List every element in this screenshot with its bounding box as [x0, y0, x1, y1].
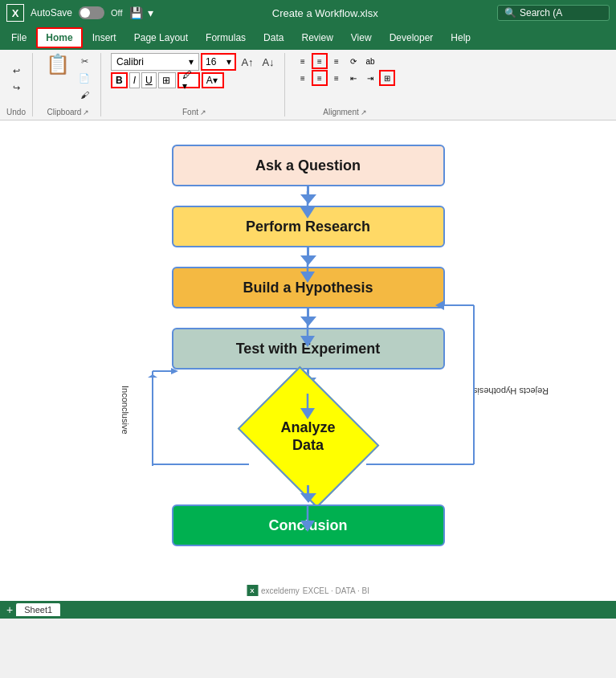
autosave-toggle[interactable] — [79, 6, 104, 19]
clipboard-expand-icon[interactable]: ↗ — [83, 108, 89, 116]
fill-color-button[interactable]: 🖊▾ — [177, 72, 200, 88]
cut-copy-buttons: ✂ 📄 🖌 — [75, 53, 94, 103]
svg-marker-13 — [148, 374, 157, 378]
font-group: Calibri▾ 16▾ A↑ A↓ B I U ⊞ 🖊▾ A▾ Font ↗ — [111, 53, 285, 116]
menu-review[interactable]: Review — [293, 29, 341, 47]
menu-help[interactable]: Help — [443, 29, 479, 47]
arrow-down-icon[interactable]: ▾ — [148, 6, 153, 19]
font-selector-row: Calibri▾ 16▾ A↑ A↓ — [111, 53, 278, 71]
menu-view[interactable]: View — [343, 29, 380, 47]
decrease-indent-button[interactable]: ⇤ — [345, 70, 361, 86]
italic-button[interactable]: I — [129, 72, 140, 88]
exceldemy-watermark: X exceldemy EXCEL · DATA · BI — [247, 585, 369, 596]
conclusion-box: Conclusion — [172, 504, 445, 546]
sheet-tab[interactable]: Sheet1 — [16, 603, 60, 616]
border-button[interactable]: ⊞ — [158, 72, 176, 88]
build-hypothesis-label: Build a Hypothesis — [243, 280, 373, 296]
underline-button[interactable]: U — [141, 72, 157, 88]
align-center-button[interactable]: ≡ — [312, 70, 328, 86]
font-controls: Calibri▾ 16▾ A↑ A↓ B I U ⊞ 🖊▾ A▾ — [111, 53, 278, 88]
build-hypothesis-box: Build a Hypothesis — [172, 267, 445, 308]
align-top-left-button[interactable]: ≡ — [295, 53, 311, 69]
redo-button[interactable]: ↪ — [6, 80, 26, 96]
undo-button[interactable]: ↩ — [6, 63, 26, 80]
font-format-row: B I U ⊞ 🖊▾ A▾ — [111, 72, 278, 88]
menu-home[interactable]: Home — [36, 27, 82, 48]
alignment-label: Alignment ↗ — [323, 106, 366, 116]
font-shrink-button[interactable]: A↓ — [259, 54, 278, 70]
font-color-button[interactable]: A▾ — [202, 72, 224, 88]
ask-question-label: Ask a Question — [255, 157, 361, 174]
align-left-button[interactable]: ≡ — [295, 70, 311, 86]
title-bar: X AutoSave Off 💾 ▾ Create a Workflow.xls… — [0, 0, 616, 26]
ribbon: ↩ ↪ Undo 📋 ✂ 📄 🖌 Clipboard ↗ Calibri▾ — [0, 50, 616, 120]
watermark-tagline: EXCEL · DATA · BI — [303, 586, 369, 595]
alignment-expand-icon[interactable]: ↗ — [361, 108, 367, 116]
conclusion-label: Conclusion — [269, 517, 348, 534]
file-title: Create a Workflow.xlsx — [160, 7, 491, 19]
paste-button[interactable]: 📋 — [43, 53, 73, 76]
connector-3 — [300, 308, 316, 328]
menu-insert[interactable]: Insert — [84, 29, 124, 47]
wrap-text-button[interactable]: ab — [362, 53, 378, 69]
connector-5 — [300, 485, 316, 504]
add-sheet-button[interactable]: + — [6, 603, 13, 616]
clipboard-label: Clipboard ↗ — [47, 106, 90, 116]
inconclusive-label: Inconclusive — [120, 386, 130, 435]
workflow-diagram: Ask a Question Perform Research Build a … — [172, 145, 445, 546]
connector-1 — [300, 186, 316, 206]
undo-group-content: ↩ ↪ — [6, 53, 26, 106]
font-name-selector[interactable]: Calibri▾ — [111, 53, 199, 71]
menu-page-layout[interactable]: Page Layout — [126, 29, 196, 47]
align-top-center-button[interactable]: ≡ — [312, 53, 328, 69]
menu-developer[interactable]: Developer — [381, 29, 442, 47]
alignment-group: ≡ ≡ ≡ ⟳ ab ≡ ≡ ≡ ⇤ ⇥ ⊞ Alignment ↗ — [295, 53, 402, 116]
font-expand-icon[interactable]: ↗ — [200, 108, 206, 116]
bottom-bar: + Sheet1 — [0, 601, 616, 619]
menu-data[interactable]: Data — [255, 29, 292, 47]
font-grow-button[interactable]: A↑ — [238, 54, 257, 70]
format-painter-button[interactable]: 🖌 — [75, 87, 94, 103]
excel-logo: X — [6, 4, 24, 22]
analyze-data-diamond: Analyze Data — [244, 389, 373, 485]
align-bottom-row: ≡ ≡ ≡ ⇤ ⇥ ⊞ — [295, 70, 395, 86]
bold-button[interactable]: B — [111, 72, 128, 88]
perform-research-box: Perform Research — [172, 206, 445, 247]
ask-question-box: Ask a Question — [172, 145, 445, 186]
perform-research-label: Perform Research — [246, 219, 370, 235]
alignment-controls: ≡ ≡ ≡ ⟳ ab ≡ ≡ ≡ ⇤ ⇥ ⊞ — [295, 53, 395, 86]
copy-button[interactable]: 📄 — [75, 70, 94, 86]
font-label: Font ↗ — [182, 106, 206, 116]
orient-button[interactable]: ⟳ — [345, 53, 361, 69]
clipboard-group: 📋 ✂ 📄 🖌 Clipboard ↗ — [43, 53, 101, 116]
analyze-data-label: Analyze Data — [280, 419, 335, 454]
align-right-button[interactable]: ≡ — [328, 70, 345, 86]
search-icon: 🔍 — [504, 7, 516, 18]
toggle-state-label: Off — [111, 8, 122, 18]
undo-label: Undo — [6, 106, 26, 116]
menu-bar: File Home Insert Page Layout Formulas Da… — [0, 26, 616, 50]
align-top-row: ≡ ≡ ≡ ⟳ ab — [295, 53, 395, 69]
search-bar[interactable]: 🔍 Search (A — [497, 5, 610, 21]
menu-file[interactable]: File — [3, 29, 35, 47]
merge-center-button[interactable]: ⊞ — [379, 70, 395, 86]
clipboard-group-content: 📋 ✂ 📄 🖌 — [43, 53, 94, 106]
align-top-right-button[interactable]: ≡ — [328, 53, 345, 69]
worksheet-area: Ask a Question Perform Research Build a … — [0, 120, 616, 601]
exceldemy-text: exceldemy — [261, 586, 300, 595]
connector-2 — [300, 247, 316, 267]
undo-redo-buttons: ↩ ↪ — [6, 63, 26, 96]
autosave-label: AutoSave — [31, 7, 72, 18]
undo-group: ↩ ↪ Undo — [6, 53, 33, 116]
rejects-hypothesis-label: Rejects Hypothesis — [473, 386, 549, 396]
increase-indent-button[interactable]: ⇥ — [362, 70, 378, 86]
menu-formulas[interactable]: Formulas — [198, 29, 254, 47]
exceldemy-logo: X — [247, 585, 258, 596]
test-experiment-box: Test with Experiment — [172, 328, 445, 370]
test-experiment-label: Test with Experiment — [236, 341, 381, 357]
cut-button[interactable]: ✂ — [75, 53, 94, 69]
search-placeholder: Search (A — [520, 7, 562, 18]
font-size-selector[interactable]: 16▾ — [201, 53, 236, 71]
title-bar-icons: 💾 ▾ — [129, 6, 153, 19]
save-icon[interactable]: 💾 — [129, 6, 143, 19]
